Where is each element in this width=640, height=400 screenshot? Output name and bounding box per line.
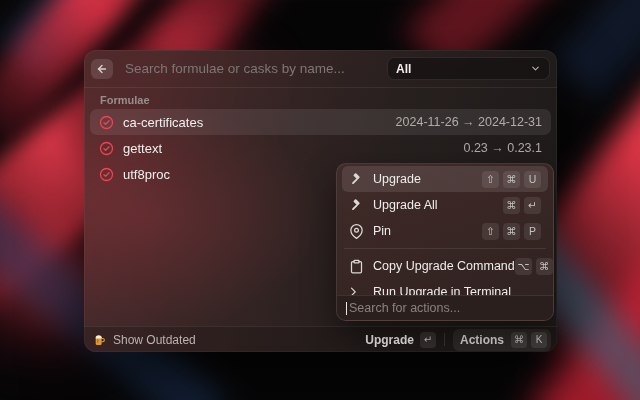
shortcut-keys: ⇧ ⌘ P — [482, 223, 541, 240]
outdated-check-icon — [99, 141, 114, 156]
filter-dropdown[interactable]: All — [387, 57, 550, 80]
shortcut-keys: ⇧ ⌘ U — [482, 171, 541, 188]
arrow-left-icon — [96, 63, 108, 75]
action-panel-divider — [344, 248, 546, 249]
key-badge: ⇧ — [482, 223, 499, 240]
formula-version-change: 2024-11-26 → 2024-12-31 — [396, 115, 542, 129]
key-badge: ⌘ — [503, 197, 520, 214]
cmd-key-badge: ⌘ — [511, 332, 527, 348]
key-badge: P — [524, 223, 541, 240]
key-badge: ⌘ — [536, 258, 553, 275]
key-badge: ⌘ — [503, 171, 520, 188]
actions-button[interactable]: Actions ⌘ K — [453, 329, 551, 351]
footer-divider — [444, 333, 445, 346]
search-input[interactable] — [123, 60, 387, 77]
action-item-label: Copy Upgrade Command — [373, 259, 515, 273]
formula-name: utf8proc — [123, 167, 170, 182]
formula-version-change: 0.23 → 0.23.1 — [463, 141, 542, 155]
footer-bar: Show Outdated Upgrade ↵ Actions ⌘ K — [84, 326, 557, 352]
pin-icon — [349, 224, 364, 239]
outdated-check-icon — [99, 167, 114, 182]
action-panel-list: Upgrade ⇧ ⌘ U Upgrade All ⌘ — [337, 164, 553, 305]
actions-button-label: Actions — [460, 333, 504, 347]
action-item-pin[interactable]: Pin ⇧ ⌘ P — [342, 218, 548, 244]
key-badge: ⌥ — [515, 258, 532, 275]
search-bar: All — [84, 50, 557, 88]
hammer-icon — [349, 198, 364, 213]
footer-actions: Upgrade ↵ Actions ⌘ K — [365, 329, 551, 351]
action-panel: Upgrade ⇧ ⌘ U Upgrade All ⌘ — [336, 163, 554, 321]
chevron-down-icon — [530, 63, 541, 74]
action-search-placeholder: Search for actions... — [349, 301, 460, 315]
filter-dropdown-value: All — [396, 62, 530, 76]
action-item-label: Upgrade All — [373, 198, 438, 212]
action-item-label: Upgrade — [373, 172, 421, 186]
action-item-upgrade-all[interactable]: Upgrade All ⌘ ↵ — [342, 192, 548, 218]
action-item-upgrade[interactable]: Upgrade ⇧ ⌘ U — [342, 166, 548, 192]
enter-key-badge: ↵ — [420, 332, 436, 348]
outdated-check-icon — [99, 115, 114, 130]
shortcut-keys: ⌥ ⌘ C — [515, 258, 554, 275]
hammer-icon — [349, 172, 364, 187]
primary-action-label[interactable]: Upgrade — [365, 333, 414, 347]
list-item-ca-certificates[interactable]: ca-certificates 2024-11-26 → 2024-12-31 — [90, 109, 551, 135]
footer-status-label: Show Outdated — [113, 333, 196, 347]
footer-status: Show Outdated — [93, 333, 196, 347]
text-caret — [346, 302, 347, 315]
beer-mug-icon — [93, 333, 106, 346]
k-key-badge: K — [531, 332, 547, 348]
section-header: Formulae — [100, 94, 541, 106]
wallpaper-streak — [550, 0, 640, 102]
desktop: All Formulae ca-certificates 2024-11-26 … — [0, 0, 640, 400]
key-badge: U — [524, 171, 541, 188]
key-badge: ↵ — [524, 197, 541, 214]
raycast-window: All Formulae ca-certificates 2024-11-26 … — [84, 50, 557, 352]
key-badge: ⇧ — [482, 171, 499, 188]
formula-name: ca-certificates — [123, 115, 203, 130]
action-item-label: Pin — [373, 224, 391, 238]
action-item-copy-upgrade-command[interactable]: Copy Upgrade Command ⌥ ⌘ C — [342, 253, 548, 279]
action-search-field[interactable]: Search for actions... — [337, 295, 553, 320]
list-item-gettext[interactable]: gettext 0.23 → 0.23.1 — [90, 135, 551, 161]
shortcut-keys: ⌘ ↵ — [503, 197, 541, 214]
clipboard-icon — [349, 259, 364, 274]
back-button[interactable] — [91, 59, 113, 79]
key-badge: ⌘ — [503, 223, 520, 240]
formula-name: gettext — [123, 141, 162, 156]
